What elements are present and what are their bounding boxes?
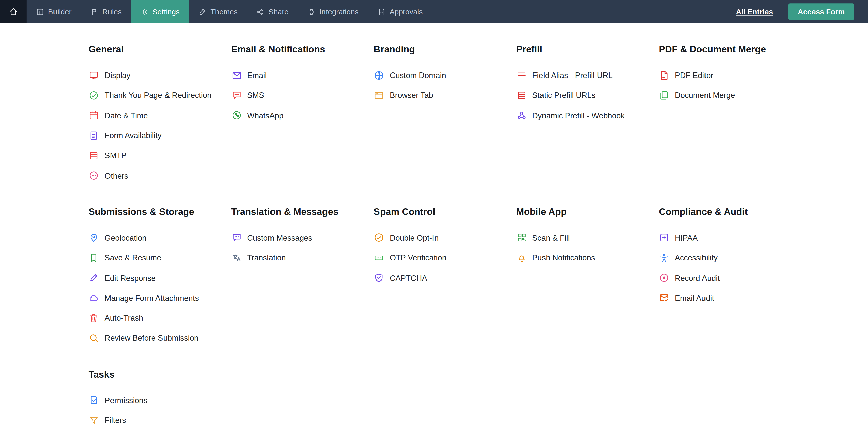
tab-themes[interactable]: Themes — [189, 0, 247, 23]
menu-item-hipaa[interactable]: HIPAA — [659, 228, 801, 248]
menu-item-dynamic-prefill[interactable]: Dynamic Prefill - Webhook — [516, 105, 659, 126]
filter-funnel-icon — [89, 415, 99, 425]
menu-item-custom-messages[interactable]: Custom Messages — [231, 228, 374, 248]
translate-icon — [231, 252, 242, 263]
tab-rules[interactable]: Rules — [81, 0, 131, 23]
menu-item-field-alias[interactable]: Field Alias - Prefill URL — [516, 65, 659, 85]
approvals-icon — [377, 7, 386, 16]
menu-item-thank-you-page[interactable]: Thank You Page & Redirection — [89, 85, 231, 105]
geolocation-pin-icon — [89, 233, 99, 243]
menu-item-email-audit[interactable]: Email Audit — [659, 288, 801, 308]
home-button[interactable] — [0, 0, 27, 23]
menu-item-smtp[interactable]: SMTP — [89, 145, 231, 166]
tab-settings[interactable]: Settings — [131, 0, 189, 23]
section-prefill: Prefill Field Alias - Prefill URL Static… — [516, 42, 659, 126]
tab-label: Approvals — [390, 7, 423, 16]
qr-scan-icon — [516, 233, 527, 243]
menu-item-label: Field Alias - Prefill URL — [532, 71, 613, 79]
menu-item-scan-fill[interactable]: Scan & Fill — [516, 228, 659, 248]
tab-label: Builder — [48, 7, 71, 16]
menu-item-sms[interactable]: SMS — [231, 85, 374, 105]
menu-item-label: Record Audit — [675, 273, 720, 282]
menu-item-label: Custom Domain — [390, 71, 446, 79]
menu-item-captcha[interactable]: CAPTCHA — [374, 268, 516, 288]
menu-item-push-notifications[interactable]: Push Notifications — [516, 248, 659, 268]
menu-item-label: PDF Editor — [675, 71, 713, 79]
tab-integrations[interactable]: Integrations — [298, 0, 368, 23]
menu-item-review-before-submission[interactable]: Review Before Submission — [89, 328, 231, 348]
menu-item-label: Auto-Trash — [105, 313, 144, 322]
menu-item-label: Date & Time — [105, 111, 148, 119]
menu-item-translation[interactable]: Translation — [231, 248, 374, 268]
access-form-button[interactable]: Access Form — [788, 3, 854, 20]
menu-item-save-resume[interactable]: Save & Resume — [89, 248, 231, 268]
calendar-icon — [89, 110, 99, 121]
all-entries-link[interactable]: All Entries — [736, 7, 773, 16]
menu-item-static-prefill[interactable]: Static Prefill URLs — [516, 85, 659, 105]
field-alias-list-icon — [516, 70, 527, 80]
section-submissions-storage: Submissions & Storage Geolocation Save &… — [89, 204, 231, 348]
section-title-compliance-audit: Compliance & Audit — [659, 204, 801, 220]
captcha-shield-icon — [374, 273, 384, 283]
section-title-branding: Branding — [374, 42, 516, 58]
section-general: General Display Thank You Page & Redirec… — [89, 42, 231, 186]
top-navigation-bar: Builder Rules Settings Themes Share Inte… — [0, 0, 868, 23]
menu-item-double-opt-in[interactable]: Double Opt-In — [374, 228, 516, 248]
menu-item-label: Dynamic Prefill - Webhook — [532, 111, 625, 119]
menu-item-display[interactable]: Display — [89, 65, 231, 85]
email-audit-icon — [659, 293, 669, 303]
menu-item-label: OTP Verification — [390, 253, 446, 262]
menu-item-geolocation[interactable]: Geolocation — [89, 228, 231, 248]
section-title-general: General — [89, 42, 231, 58]
others-dots-icon — [89, 170, 99, 181]
menu-item-label: HIPAA — [675, 233, 698, 242]
menu-item-manage-attachments[interactable]: Manage Form Attachments — [89, 288, 231, 308]
tab-share[interactable]: Share — [247, 0, 298, 23]
tab-builder[interactable]: Builder — [27, 0, 81, 23]
menu-item-label: Edit Response — [105, 273, 156, 282]
section-title-tasks: Tasks — [89, 367, 231, 382]
menu-item-permissions[interactable]: Permissions — [89, 390, 231, 410]
section-mobile-app: Mobile App Scan & Fill Push Notification… — [516, 204, 659, 268]
tab-label: Settings — [152, 7, 180, 16]
section-branding: Branding Custom Domain Browser Tab — [374, 42, 516, 106]
menu-item-record-audit[interactable]: Record Audit — [659, 268, 801, 288]
menu-item-edit-response[interactable]: Edit Response — [89, 268, 231, 288]
menu-item-label: Email Audit — [675, 294, 714, 302]
menu-item-pdf-editor[interactable]: PDF Editor — [659, 65, 801, 85]
menu-item-email[interactable]: Email — [231, 65, 374, 85]
tab-approvals[interactable]: Approvals — [368, 0, 432, 23]
menu-item-label: Browser Tab — [390, 91, 433, 100]
section-email-notifications: Email & Notifications Email SMS WhatsApp — [231, 42, 374, 126]
tab-label: Rules — [102, 7, 122, 16]
menu-item-custom-domain[interactable]: Custom Domain — [374, 65, 516, 85]
menu-item-accessibility[interactable]: Accessibility — [659, 248, 801, 268]
section-title-translation-messages: Translation & Messages — [231, 204, 374, 220]
integrations-icon — [307, 7, 316, 16]
menu-item-date-time[interactable]: Date & Time — [89, 105, 231, 126]
hipaa-medical-icon — [659, 233, 669, 243]
menu-item-label: Review Before Submission — [105, 334, 199, 342]
thank-you-check-icon — [89, 90, 99, 101]
menu-item-whatsapp[interactable]: WhatsApp — [231, 105, 374, 126]
menu-item-label: Save & Resume — [105, 253, 161, 262]
menu-item-label: Translation — [247, 253, 286, 262]
double-opt-in-check-icon — [374, 233, 384, 243]
form-doc-icon — [89, 130, 99, 141]
section-pdf-document-merge: PDF & Document Merge PDF Editor Document… — [659, 42, 801, 106]
tab-label: Integrations — [319, 7, 359, 16]
menu-item-document-merge[interactable]: Document Merge — [659, 85, 801, 105]
cloud-attachment-icon — [89, 293, 99, 303]
section-spam-control: Spam Control Double Opt-In OTP Verificat… — [374, 204, 516, 288]
record-audit-icon — [659, 273, 669, 283]
menu-item-browser-tab[interactable]: Browser Tab — [374, 85, 516, 105]
pen-icon — [89, 273, 99, 283]
menu-item-label: Manage Form Attachments — [105, 294, 199, 302]
menu-item-filters[interactable]: Filters — [89, 410, 231, 430]
menu-item-otp-verification[interactable]: OTP Verification — [374, 248, 516, 268]
themes-brush-icon — [198, 7, 207, 16]
menu-item-auto-trash[interactable]: Auto-Trash — [89, 308, 231, 328]
menu-item-form-availability[interactable]: Form Availability — [89, 126, 231, 145]
menu-item-others[interactable]: Others — [89, 166, 231, 185]
sms-chat-icon — [231, 90, 242, 101]
